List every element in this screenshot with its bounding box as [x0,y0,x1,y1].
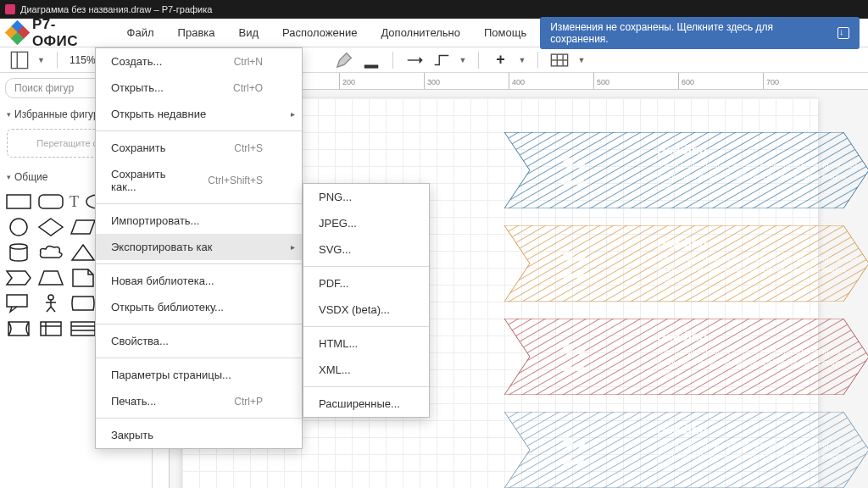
svg-point-33 [563,344,573,354]
layout-icon[interactable] [10,51,29,69]
banner-2[interactable]: Heading Lorem ipsum dolor sit amet, cons… [504,319,868,395]
menu-item[interactable]: JPEG... [303,210,429,236]
export-submenu: PNG...JPEG...SVG...PDF...VSDX (beta)...H… [303,183,430,418]
svg-point-30 [563,251,573,261]
svg-rect-8 [7,195,31,208]
banner-body: Lorem ipsum dolor sit amet, consectetur … [657,440,860,472]
menu-item[interactable]: Расширенные... [303,391,429,417]
shape-rect[interactable] [5,191,32,212]
table-icon[interactable] [550,51,569,69]
shape-diamond[interactable] [37,217,64,237]
menu-помощь[interactable]: Помощь [474,21,537,44]
svg-point-31 [576,253,585,262]
shape-data[interactable] [5,319,32,339]
shape-circle[interactable] [5,217,32,237]
menu-item[interactable]: SVG... [303,236,429,263]
brand-logo: Р7-ОФИС [8,16,102,50]
svg-point-15 [48,295,53,300]
shape-internal[interactable] [37,319,64,339]
brand-name: Р7-ОФИС [32,16,102,50]
menu-item[interactable]: Печать...Ctrl+P [96,388,302,414]
pencil-icon[interactable] [335,51,353,69]
svg-rect-14 [7,295,27,307]
waypoint-icon[interactable] [432,51,451,69]
banner-body: Lorem ipsum dolor sit amet, consectetur … [657,253,860,286]
svg-point-37 [576,440,585,448]
menu-item[interactable]: HTML... [303,330,429,357]
svg-rect-0 [11,52,27,68]
menu-item[interactable]: Закрыть [96,422,302,448]
shape-cloud[interactable] [37,242,64,263]
banner-body: Lorem ipsum dolor sit amet, consectetur … [657,160,860,192]
download-icon [837,27,849,39]
svg-point-36 [563,437,573,447]
save-banner[interactable]: Изменения не сохранены. Щелкните здесь д… [540,17,860,49]
file-menu-dropdown: Создать...Ctrl+NОткрыть...Ctrl+OОткрыть … [95,47,303,449]
banner-heading: Heading [657,329,860,343]
svg-rect-23 [71,322,95,336]
menu-item[interactable]: Импортировать... [96,208,302,234]
plus-icon[interactable]: + [491,51,509,69]
svg-point-34 [576,347,585,355]
window-titlebar: Диаграмма без названия.draw – P7-графика [0,0,868,19]
menu-item[interactable]: Свойства... [96,328,302,354]
svg-point-13 [10,244,27,249]
svg-rect-9 [39,195,63,208]
shape-trapezoid[interactable] [37,268,64,288]
menu-item[interactable]: Открыть библиотеку... [96,294,302,320]
menu-item[interactable]: Создать...Ctrl+N [96,48,302,75]
menu-item[interactable]: VSDX (beta)... [303,297,429,323]
menu-правка[interactable]: Правка [168,21,225,44]
menu-item[interactable]: Экспортировать как▸ [96,234,302,260]
banner-body: Lorem ipsum dolor sit amet, consectetur … [657,347,860,379]
menu-item[interactable]: PNG... [303,184,429,210]
menu-item[interactable]: СохранитьCtrl+S [96,135,302,161]
svg-point-12 [10,219,27,236]
shape-list[interactable] [70,319,97,339]
banner-heading: Heading [657,422,860,436]
shape-actor[interactable] [37,293,64,313]
menu-расположение[interactable]: Расположение [272,21,367,44]
menubar: Р7-ОФИС ФайлПравкаВидРасположениеДополни… [0,19,868,47]
svg-point-28 [576,160,585,169]
svg-line-18 [47,307,51,312]
shape-roundrect[interactable] [37,191,64,212]
menu-item[interactable]: Открыть недавние▸ [96,101,302,127]
menu-item[interactable]: XML... [303,357,429,383]
banner-heading: Heading [657,142,860,157]
shape-callout[interactable] [5,293,32,313]
banner-0[interactable]: Heading Lorem ipsum dolor sit amet, cons… [504,132,868,208]
svg-point-27 [563,158,573,168]
menu-item[interactable]: Параметры страницы... [96,362,302,388]
svg-line-19 [51,307,55,312]
menu-item[interactable]: Открыть...Ctrl+O [96,75,302,101]
shape-parallelogram[interactable] [70,217,97,237]
line-color-icon[interactable] [362,51,381,69]
banner-heading: Heading [657,236,860,250]
svg-rect-20 [41,322,61,336]
menu-дополнительно[interactable]: Дополнительно [370,21,470,44]
banner-icon [555,151,593,188]
menu-item[interactable]: PDF... [303,270,429,297]
banner-3[interactable]: Heading Lorem ipsum dolor sit amet, cons… [504,412,868,488]
shape-step[interactable] [5,268,32,288]
save-banner-text: Изменения не сохранены. Щелкните здесь д… [550,21,832,45]
app-icon [5,4,15,14]
logo-icon [8,24,27,42]
menu-item[interactable]: Новая библиотека... [96,268,302,294]
menu-вид[interactable]: Вид [229,21,270,44]
shape-note[interactable] [70,268,97,288]
window-title: Диаграмма без названия.draw – P7-графика [20,4,212,14]
shape-folded[interactable] [70,293,97,313]
shape-triangle[interactable] [70,242,97,263]
shape-cylinder[interactable] [5,242,32,263]
banner-icon [555,244,593,281]
banner-icon [555,337,593,374]
menu-item[interactable]: Сохранить как...Ctrl+Shift+S [96,161,302,200]
banner-icon [555,430,593,468]
menu-файл[interactable]: Файл [117,21,164,44]
connector-icon[interactable] [405,51,424,69]
svg-rect-2 [364,64,378,68]
text-shape[interactable]: T [70,193,79,211]
banner-1[interactable]: Heading Lorem ipsum dolor sit amet, cons… [504,225,868,302]
